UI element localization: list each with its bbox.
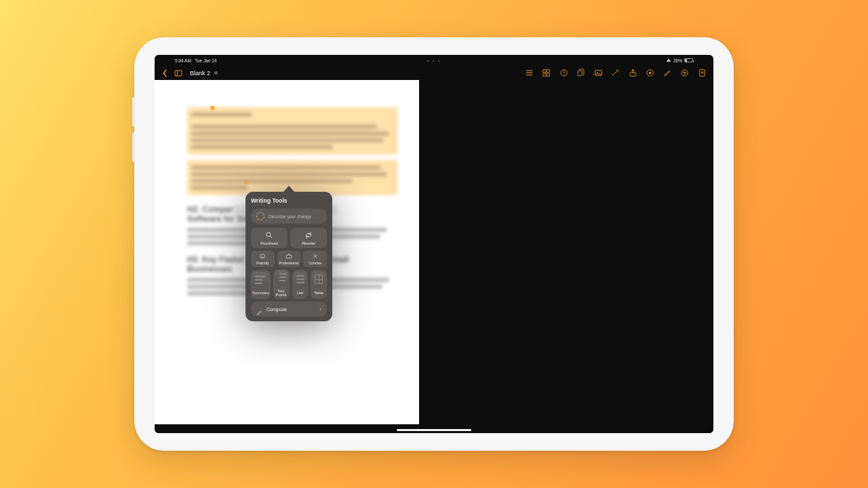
- svg-point-12: [649, 72, 651, 74]
- svg-rect-3: [547, 70, 549, 73]
- ipad-device-frame: 5:04 AM Tue Jan 14 • • • 26%: [134, 37, 734, 451]
- summary-button[interactable]: Summary: [251, 270, 271, 299]
- magnifier-icon: [265, 231, 273, 239]
- chevron-right-icon: ›: [319, 306, 321, 312]
- summary-preview-icon: [252, 272, 269, 287]
- svg-rect-19: [286, 255, 292, 258]
- list-icon[interactable]: [524, 68, 534, 78]
- home-indicator[interactable]: [397, 429, 471, 431]
- battery-icon: [684, 58, 693, 62]
- briefcase-icon: [285, 253, 292, 260]
- compose-pen-icon: [256, 306, 262, 312]
- workspace: H2. Compar░░░░░░░░░░░░░░░░░░ Software fo…: [155, 80, 713, 433]
- table-preview-icon: [312, 272, 326, 287]
- keypoints-preview-icon: [275, 270, 288, 285]
- screen: 5:04 AM Tue Jan 14 • • • 26%: [155, 55, 713, 433]
- svg-rect-2: [543, 70, 546, 73]
- add-icon[interactable]: [680, 68, 690, 78]
- volume-up-button: [132, 97, 135, 127]
- grid-icon[interactable]: [542, 68, 551, 78]
- popover-title: Writing Tools: [251, 197, 327, 204]
- volume-down-button: [132, 132, 135, 162]
- pen-icon[interactable]: [663, 68, 672, 78]
- status-time: 5:04 AM: [175, 58, 191, 63]
- svg-point-17: [262, 256, 262, 256]
- professional-button[interactable]: Professional: [277, 251, 301, 267]
- battery-percent: 26%: [673, 58, 682, 63]
- selected-paragraph-1: [187, 107, 397, 155]
- proofread-button[interactable]: Proofread: [251, 228, 288, 248]
- document-page[interactable]: H2. Compar░░░░░░░░░░░░░░░░░░ Software fo…: [155, 80, 419, 424]
- describe-change-input[interactable]: Describe your change: [251, 209, 327, 224]
- svg-rect-7: [578, 70, 582, 76]
- multitask-dots[interactable]: • • •: [427, 55, 441, 66]
- friendly-button[interactable]: Friendly: [251, 251, 275, 267]
- document-title[interactable]: Blank 2: [190, 70, 210, 77]
- writing-tools-popover: Writing Tools Describe your change: [245, 186, 332, 321]
- share-icon[interactable]: [628, 68, 637, 78]
- status-date: Tue Jan 14: [195, 58, 216, 63]
- smile-icon: [259, 253, 266, 260]
- concise-button[interactable]: Concise: [303, 251, 327, 267]
- status-bar: 5:04 AM Tue Jan 14 • • • 26%: [155, 55, 713, 66]
- app-toolbar: Blank 2: [155, 66, 713, 80]
- back-button[interactable]: [161, 68, 168, 78]
- page-add-icon[interactable]: [697, 68, 707, 78]
- sidebar-toggle-icon[interactable]: [174, 68, 183, 78]
- describe-placeholder: Describe your change: [269, 214, 311, 219]
- clock-icon[interactable]: [559, 68, 568, 78]
- svg-point-18: [263, 256, 264, 256]
- svg-rect-5: [547, 73, 549, 76]
- record-icon[interactable]: [646, 68, 655, 78]
- rewrite-button[interactable]: Rewrite: [290, 228, 327, 248]
- svg-point-15: [267, 232, 271, 237]
- doc-options-icon[interactable]: [214, 71, 218, 75]
- list-button[interactable]: List: [292, 270, 309, 299]
- svg-rect-0: [175, 70, 182, 76]
- image-icon[interactable]: [593, 68, 603, 78]
- concise-icon: [312, 253, 319, 260]
- compose-button[interactable]: Compose ›: [251, 302, 327, 317]
- list-preview-icon: [294, 272, 307, 287]
- table-button[interactable]: Table: [311, 270, 327, 299]
- rewrite-icon: [304, 231, 313, 239]
- svg-rect-4: [543, 73, 546, 76]
- key-points-button[interactable]: Key Points: [273, 270, 290, 299]
- ai-sparkle-icon: [256, 212, 264, 220]
- wand-icon[interactable]: [611, 68, 620, 78]
- wifi-icon: [666, 59, 671, 62]
- copy-icon[interactable]: [576, 68, 586, 78]
